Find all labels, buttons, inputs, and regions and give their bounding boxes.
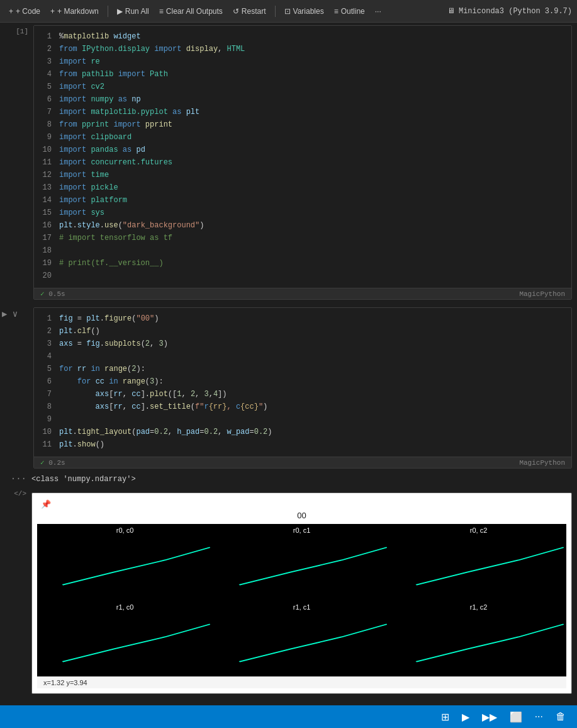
subplot-grid: r0, c0 1 2 3 4 0 1 [37,524,566,676]
code-line: 19 # print(tf.__version__) [42,258,564,270]
add-markdown-button[interactable]: + + Markdown [47,4,103,18]
restart-icon: ↺ [233,7,239,16]
cell-2-code[interactable]: 1 fig = plt.figure("00") 2 plt.clf() 3 a… [34,308,571,457]
plus-icon: + [9,7,13,16]
code-line: 4 [42,351,564,363]
code-line: 9 import clipboard [42,132,564,144]
clear-all-outputs-button[interactable]: ≡ Clear All Outputs [155,4,227,18]
bottom-toolbar: ⊞ ▶ ▶▶ ⬜ ··· 🗑 [0,705,577,728]
plot-output-cell: </> 📌 00 r0, c0 [0,487,577,699]
plot-title: 00 [37,511,566,520]
code-line: 16 plt.style.use("dark_background") [42,220,564,232]
cell-1-exec-count: [1] [2,28,28,35]
kernel-icon: 🖥 [447,6,455,16]
code-line: 7 import matplotlib.pyplot as plt [42,106,564,119]
cell-2-language: MagicPython [519,459,565,467]
subplot-svg-r0c0: 1 2 3 4 0 1 2 3 [55,535,210,592]
cell-1-language: MagicPython [519,290,565,298]
cell-1-gutter: [1] [2,23,33,300]
code-line: 13 import pickle [42,182,564,195]
run-all-button[interactable]: ▶ Run All [113,4,153,18]
run-cell-button[interactable]: ▶ ∨ [2,309,28,319]
clear-all-label: Clear All Outputs [166,7,223,16]
svg-rect-18 [408,535,564,592]
subplot-inner-r0c0: 1 2 3 4 0 1 2 3 [55,535,210,592]
pin-icon: 📌 [41,499,51,509]
bottom-delete-button[interactable]: 🗑 [552,710,569,724]
variables-button[interactable]: ⊡ Variables [281,4,328,18]
code-line: 6 import numpy as np [42,94,564,106]
subplot-inner-r1c1: 1 2 3 4 0 1 2 3 [232,612,387,669]
svg-rect-9 [232,535,387,592]
kernel-info: 🖥 Miniconda3 (Python 3.9.7) [447,6,572,16]
cell-2-body[interactable]: 1 fig = plt.figure("00") 2 plt.clf() 3 a… [33,307,572,469]
cell-1: [1] 1 %matplotlib widget 2 from IPython.… [0,23,577,300]
code-line: 8 axs[rr, cc].set_title(f"r{rr}, c{cc}") [42,401,564,414]
markdown-label: + Markdown [57,7,99,16]
code-line: 1 fig = plt.figure("00") [42,313,564,326]
code-line: 2 from IPython.display import display, H… [42,43,564,56]
run-all-label: Run All [125,7,149,16]
subplot-svg-r0c2: 1 2 3 4 0 1 2 3 [408,535,564,592]
code-line: 18 [42,245,564,258]
code-line: 4 from pathlib import Path [42,69,564,81]
cell-2: ▶ ∨ 1 fig = plt.figure("00") 2 plt.clf()… [0,305,577,469]
subplot-inner-r0c1: 1 2 3 4 0 1 2 3 [232,535,387,592]
cell-1-status: ✓ 0.5s MagicPython [34,288,571,299]
outline-button[interactable]: ≡ Outline [330,4,369,18]
outline-label: Outline [341,7,365,16]
plot-gutter-icon: </> [14,490,26,498]
cell-2-status: ✓ 0.2s MagicPython [34,457,571,468]
code-line: 11 import concurrent.futures [42,157,564,169]
more-button[interactable]: ··· [371,4,385,18]
subplot-inner-r0c2: 1 2 3 4 0 1 2 3 [408,535,564,592]
code-line: 12 import time [42,169,564,182]
plot-container[interactable]: 📌 00 r0, c0 1 2 3 [31,492,572,694]
variables-label: Variables [293,7,324,16]
main-toolbar: + + Code + + Markdown ▶ Run All ≡ Clear … [0,0,577,23]
output-menu-button[interactable]: ··· [11,474,26,484]
subplot-svg-r1c0: 1 2 3 4 0 1 2 3 [55,612,210,669]
bottom-grid-button[interactable]: ⊞ [437,710,453,724]
svg-rect-0 [55,535,210,592]
subplot-title-r1c1: r1, c1 [214,603,389,611]
code-line: 10 plt.tight_layout(pad=0.2, h_pad=0.2, … [42,426,564,439]
code-line: 6 for cc in range(3): [42,376,564,389]
more-label: ··· [375,7,381,16]
output-dots-row: ··· <class 'numpy.ndarray'> [0,471,577,487]
code-label: + Code [16,7,40,16]
bottom-run-button[interactable]: ▶ [458,710,473,724]
plot-toolbar: 📌 [37,498,566,511]
add-code-button[interactable]: + + Code [5,4,44,18]
plus-icon-md: + [50,7,55,16]
code-line: 7 axs[rr, cc].plot([1, 2, 3,4]) [42,389,564,401]
code-line: 17 # import tensorflow as tf [42,232,564,245]
bottom-more-button[interactable]: ··· [531,710,547,724]
code-line: 10 import pandas as pd [42,144,564,157]
code-line: 15 import sys [42,207,564,220]
restart-label: Restart [242,7,266,16]
sep1 [108,6,108,17]
subplot-r0c1: r0, c1 1 2 3 4 0 1 2 3 [214,524,389,600]
subplot-svg-r0c1: 1 2 3 4 0 1 2 3 [232,535,387,592]
run-all-icon: ▶ [117,7,123,16]
subplot-title-r1c2: r1, c2 [391,603,566,611]
output-ndarray-text: <class 'numpy.ndarray'> [31,474,572,485]
cell-1-code[interactable]: 1 %matplotlib widget 2 from IPython.disp… [34,26,571,288]
subplot-title-r0c1: r0, c1 [214,526,389,534]
code-line: 5 import cv2 [42,81,564,94]
cell-1-body[interactable]: 1 %matplotlib widget 2 from IPython.disp… [33,25,572,300]
code-line: 1 %matplotlib widget [42,31,564,43]
sep2 [275,6,276,17]
bottom-stop-button[interactable]: ⬜ [506,710,526,724]
code-line: 20 [42,270,564,283]
plot-output-gutter: </> [0,487,31,699]
code-line: 3 axs = fig.subplots(2, 3) [42,338,564,351]
bottom-run-next-button[interactable]: ▶▶ [478,710,501,724]
svg-rect-45 [408,612,564,669]
plot-coordinates: x=1.32 y=3.94 [43,679,87,686]
restart-button[interactable]: ↺ Restart [229,4,270,18]
plot-output-body: 📌 00 r0, c0 1 2 3 [31,487,572,699]
code-line: 2 plt.clf() [42,326,564,338]
code-line: 3 import re [42,56,564,69]
